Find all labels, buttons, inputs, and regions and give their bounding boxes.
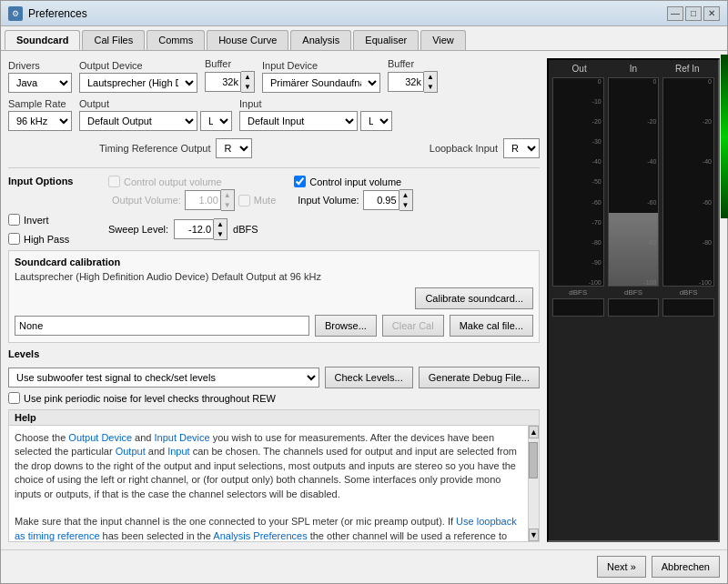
input-channel-select[interactable]: L xyxy=(360,111,392,131)
input-buffer-spin: ▲ ▼ xyxy=(388,71,438,93)
clear-cal-btn[interactable]: Clear Cal xyxy=(382,315,444,337)
out-meter-dbfs: dBFS xyxy=(552,288,604,297)
output-device-select[interactable]: Lautsprecher (High De... xyxy=(79,73,197,93)
tab-soundcard[interactable]: Soundcard xyxy=(5,30,80,50)
levels-select[interactable]: Use subwoofer test signal to check/set l… xyxy=(8,368,319,388)
analysis-prefs-link[interactable]: Analysis Preferences xyxy=(213,530,307,541)
mute-checkbox[interactable] xyxy=(238,195,250,206)
sweep-level-spin: ▲ ▼ xyxy=(174,218,228,240)
tab-cal-files[interactable]: Cal Files xyxy=(82,30,145,50)
tab-equaliser[interactable]: Equaliser xyxy=(353,30,419,50)
help-title: Help xyxy=(9,410,539,426)
preferences-window: ⚙ Preferences — □ ✕ Soundcard Cal Files … xyxy=(0,0,728,584)
scrollbar-down-btn[interactable]: ▼ xyxy=(529,529,539,541)
out-meter-bar: 0 -10 -20 -30 -40 -50 -60 -70 -80 -90 -1 xyxy=(552,77,604,287)
invert-label[interactable]: Invert xyxy=(8,214,90,226)
output-volume-down: ▼ xyxy=(221,200,234,210)
options-row1: Input Options Control output volume Outp… xyxy=(8,176,540,211)
next-button[interactable]: Next » xyxy=(597,556,646,578)
input-select[interactable]: Default Input xyxy=(239,111,358,131)
input-volume-row: Input Volume: ▲ ▼ xyxy=(298,189,412,211)
input-volume-down[interactable]: ▼ xyxy=(399,200,412,210)
input-device-link[interactable]: Input Device xyxy=(155,432,210,443)
input-buffer-down[interactable]: ▼ xyxy=(424,82,437,92)
browse-btn[interactable]: Browse... xyxy=(315,315,377,337)
input-volume-input[interactable] xyxy=(363,190,399,210)
in-meter-col: 0 -20 -40 -60 -80 -100 xyxy=(608,77,660,537)
help-scrollbar: ▲ ▼ xyxy=(528,426,539,541)
output-buffer-field: Buffer ▲ ▼ xyxy=(205,58,255,93)
calibrate-btn[interactable]: Calibrate soundcard... xyxy=(415,287,533,309)
loopback-label: Loopback Input xyxy=(430,143,498,154)
maximize-button[interactable]: □ xyxy=(685,6,702,21)
output-volume-row: Output Volume: ▲ ▼ Mute xyxy=(112,189,276,211)
input-buffer-up[interactable]: ▲ xyxy=(424,72,437,82)
output-buffer-up[interactable]: ▲ xyxy=(241,72,254,82)
input-device-field: Input Device Primärer Soundaufnah... xyxy=(262,60,380,93)
tab-house-curve[interactable]: House Curve xyxy=(207,30,288,50)
input-buffer-field: Buffer ▲ ▼ xyxy=(388,58,438,93)
help-content[interactable]: Choose the Output Device and Input Devic… xyxy=(9,426,528,541)
pink-noise-checkbox[interactable] xyxy=(8,392,20,404)
input-volume-up[interactable]: ▲ xyxy=(399,190,412,200)
output-volume-spin: ▲ ▼ xyxy=(185,189,235,211)
meters-panel: Out In Ref In 0 -10 -20 -30 xyxy=(547,58,720,542)
title-bar: ⚙ Preferences — □ ✕ xyxy=(1,1,727,26)
control-output-checkbox[interactable] xyxy=(108,176,120,187)
in-meter-fill xyxy=(609,213,659,286)
output-device-link[interactable]: Output Device xyxy=(68,432,132,443)
output-link[interactable]: Output xyxy=(116,446,146,457)
output-buffer-spin: ▲ ▼ xyxy=(205,71,255,93)
in-meter-bottom xyxy=(608,298,660,317)
output-select[interactable]: Default Output xyxy=(79,111,197,131)
tab-view[interactable]: View xyxy=(420,30,466,50)
input-volume-spin: ▲ ▼ xyxy=(363,189,413,211)
input-options-group: Input Options xyxy=(8,176,90,190)
levels-row: Use subwoofer test signal to check/set l… xyxy=(8,367,540,388)
sweep-level-up[interactable]: ▲ xyxy=(214,219,227,229)
tab-comms[interactable]: Comms xyxy=(147,30,205,50)
input-device-select[interactable]: Primärer Soundaufnah... xyxy=(262,73,380,93)
control-input-checkbox[interactable] xyxy=(294,176,306,187)
invert-highpass: Invert High Pass xyxy=(8,214,90,245)
input-link[interactable]: Input xyxy=(167,446,189,457)
cal-file-input[interactable] xyxy=(15,316,309,336)
out-meter-col: 0 -10 -20 -30 -40 -50 -60 -70 -80 -90 -1 xyxy=(552,77,604,537)
out-meter-label: Out xyxy=(552,64,606,74)
check-levels-btn[interactable]: Check Levels... xyxy=(325,367,413,388)
output-label: Output xyxy=(79,98,232,109)
drivers-select[interactable]: Java xyxy=(8,73,72,93)
tab-analysis[interactable]: Analysis xyxy=(290,30,351,50)
input-buffer-input[interactable] xyxy=(388,72,424,92)
high-pass-checkbox[interactable] xyxy=(8,233,20,245)
timing-ref-select[interactable]: R xyxy=(216,138,252,158)
output-buffer-down[interactable]: ▼ xyxy=(241,82,254,92)
sweep-level-input[interactable] xyxy=(174,219,214,239)
make-cal-btn[interactable]: Make cal file... xyxy=(450,315,533,337)
side-indicator xyxy=(721,55,727,218)
debug-btn[interactable]: Generate Debug File... xyxy=(419,367,540,388)
sample-rate-label: Sample Rate xyxy=(8,98,72,109)
input-buffer-spinner: ▲ ▼ xyxy=(424,71,438,93)
help-paragraph-2: Make sure that the input channel is the … xyxy=(15,515,522,541)
output-channel-select[interactable]: L xyxy=(200,111,232,131)
loopback-select[interactable]: R xyxy=(503,138,540,158)
scrollbar-thumb[interactable] xyxy=(529,442,538,478)
sweep-level-down[interactable]: ▼ xyxy=(214,229,227,239)
sample-rate-select[interactable]: 96 kHz xyxy=(8,111,72,131)
in-meter-bars: 0 -20 -40 -60 -80 -100 xyxy=(608,77,660,287)
close-button[interactable]: ✕ xyxy=(703,6,720,21)
scrollbar-up-btn[interactable]: ▲ xyxy=(529,426,539,438)
mute-label[interactable]: Mute xyxy=(238,195,276,206)
control-output-checkbox-label[interactable]: Control output volume xyxy=(108,176,276,187)
cancel-button[interactable]: Abbrechen xyxy=(652,556,720,578)
control-input-checkbox-label[interactable]: Control input volume xyxy=(294,176,412,187)
minimize-button[interactable]: — xyxy=(667,6,683,21)
output-volume-input[interactable] xyxy=(185,190,221,210)
output-buffer-input[interactable] xyxy=(205,72,241,92)
drivers-field: Drivers Java xyxy=(8,60,72,93)
invert-checkbox[interactable] xyxy=(8,214,20,226)
pink-noise-label[interactable]: Use pink periodic noise for level checks… xyxy=(8,392,540,404)
high-pass-label[interactable]: High Pass xyxy=(8,233,90,245)
main-content: Drivers Java Output Device Lautsprecher … xyxy=(1,51,727,549)
